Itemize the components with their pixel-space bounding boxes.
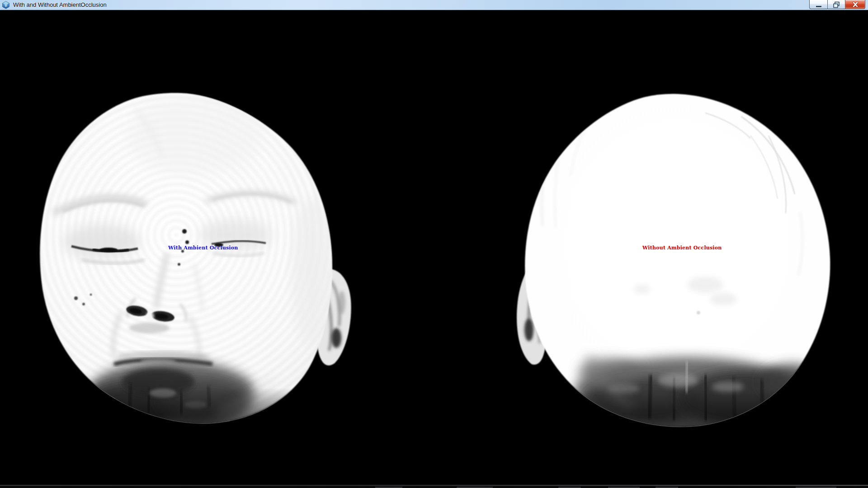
window-title: With and Without AmbientOcclusion <box>13 0 107 10</box>
label-without-ambient-occlusion: Without Ambient Occlusion <box>642 245 722 251</box>
close-button[interactable] <box>845 0 865 9</box>
svg-text:V: V <box>5 4 7 8</box>
head-with-ambient-occlusion <box>36 90 351 425</box>
close-icon <box>851 0 860 9</box>
vtk-logo-icon: V <box>2 1 10 9</box>
label-with-ambient-occlusion: With Ambient Occlusion <box>168 245 238 251</box>
vtk-render-viewport[interactable]: With Ambient Occlusion Without Ambient O… <box>0 0 868 488</box>
bottom-edge-highlight <box>0 485 868 486</box>
window-bottom-border <box>0 485 868 488</box>
minimize-icon <box>815 0 823 9</box>
volume-render-scene <box>0 0 868 488</box>
head-without-ambient-occlusion <box>517 94 830 427</box>
restore-button[interactable] <box>827 0 845 9</box>
restore-icon <box>832 0 840 9</box>
window-controls <box>809 0 865 9</box>
titlebar[interactable]: V With and Without AmbientOcclusion <box>0 0 868 11</box>
vtk-application-window: With Ambient Occlusion Without Ambient O… <box>0 0 868 488</box>
minimize-button[interactable] <box>809 0 827 9</box>
